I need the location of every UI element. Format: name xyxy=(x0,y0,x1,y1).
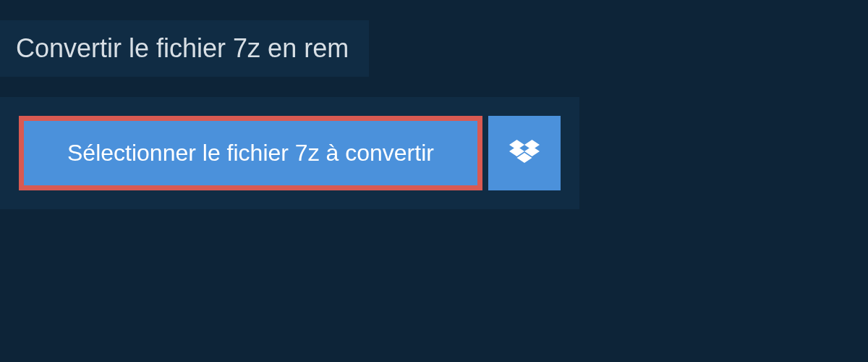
title-bar: Convertir le fichier 7z en rem xyxy=(0,20,369,77)
button-panel: Sélectionner le fichier 7z à convertir xyxy=(0,97,579,209)
dropbox-icon xyxy=(509,140,540,167)
select-file-button[interactable]: Sélectionner le fichier 7z à convertir xyxy=(19,116,482,190)
page-title: Convertir le fichier 7z en rem xyxy=(16,33,349,63)
dropbox-button[interactable] xyxy=(488,116,561,190)
select-file-label: Sélectionner le fichier 7z à convertir xyxy=(67,140,434,167)
